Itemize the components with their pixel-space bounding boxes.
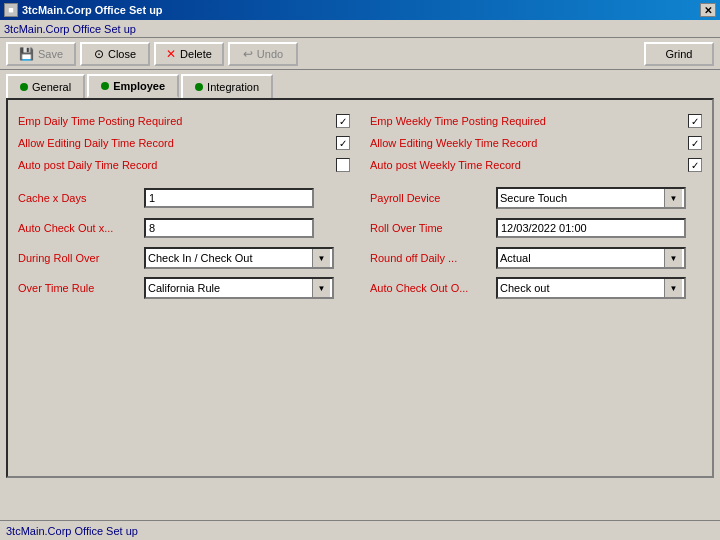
over-time-rule-row: Over Time Rule California Rule ▼ [18,276,350,300]
auto-check-out-label: Auto Check Out x... [18,222,138,234]
during-roll-over-row: During Roll Over Check In / Check Out ▼ [18,246,350,270]
status-text: 3tcMain.Corp Office Set up [6,525,138,537]
close-icon: ⊙ [94,47,104,61]
checkbox-row-1: Emp Daily Time Posting Required [18,110,350,132]
save-button[interactable]: 💾 Save [6,42,76,66]
payroll-device-value: Secure Touch [500,192,664,204]
auto-check-out-o-arrow[interactable]: ▼ [664,279,682,297]
over-time-rule-arrow[interactable]: ▼ [312,279,330,297]
auto-check-out-o-row: Auto Check Out O... Check out ▼ [370,276,702,300]
payroll-device-row: Payroll Device Secure Touch ▼ [370,186,702,210]
cache-x-days-input[interactable] [144,188,314,208]
auto-check-out-o-value: Check out [500,282,664,294]
over-time-rule-label: Over Time Rule [18,282,138,294]
right-checkbox-group: Emp Weekly Time Posting Required Allow E… [370,110,702,176]
roll-over-time-label: Roll Over Time [370,222,490,234]
checkbox-row-3: Auto post Daily Time Record [18,154,350,176]
menu-bar-text: 3tcMain.Corp Office Set up [4,23,136,35]
during-roll-over-arrow[interactable]: ▼ [312,249,330,267]
round-off-daily-label: Round off Daily ... [370,252,490,264]
allow-editing-weekly-checkbox[interactable] [688,136,702,150]
checkbox-row-4: Emp Weekly Time Posting Required [370,110,702,132]
over-time-rule-value: California Rule [148,282,312,294]
over-time-rule-select[interactable]: California Rule ▼ [144,277,334,299]
status-bar: 3tcMain.Corp Office Set up [0,520,720,540]
save-icon: 💾 [19,47,34,61]
emp-daily-posting-label: Emp Daily Time Posting Required [18,115,330,127]
fields-section: Cache x Days Auto Check Out x... During … [18,186,702,306]
emp-daily-posting-checkbox[interactable] [336,114,350,128]
auto-post-daily-checkbox[interactable] [336,158,350,172]
window-title: 3tcMain.Corp Office Set up [22,4,163,16]
allow-editing-daily-checkbox[interactable] [336,136,350,150]
tab-bar: General Employee Integration [0,70,720,98]
during-roll-over-value: Check In / Check Out [148,252,312,264]
right-fields: Payroll Device Secure Touch ▼ Roll Over … [370,186,702,306]
tab-employee[interactable]: Employee [87,74,179,98]
allow-editing-daily-label: Allow Editing Daily Time Record [18,137,330,149]
checkbox-row-6: Auto post Weekly Time Record [370,154,702,176]
left-checkbox-group: Emp Daily Time Posting Required Allow Ed… [18,110,350,176]
during-roll-over-select[interactable]: Check In / Check Out ▼ [144,247,334,269]
cache-x-days-label: Cache x Days [18,192,138,204]
content-area: Emp Daily Time Posting Required Allow Ed… [6,98,714,478]
grind-button[interactable]: Grind [644,42,714,66]
undo-button[interactable]: ↩ Undo [228,42,298,66]
delete-button[interactable]: ✕ Delete [154,42,224,66]
close-window-button[interactable]: ✕ [700,3,716,17]
auto-check-out-o-label: Auto Check Out O... [370,282,490,294]
auto-post-weekly-label: Auto post Weekly Time Record [370,159,682,171]
tab-dot-general [20,83,28,91]
emp-weekly-posting-checkbox[interactable] [688,114,702,128]
during-roll-over-label: During Roll Over [18,252,138,264]
payroll-device-select[interactable]: Secure Touch ▼ [496,187,686,209]
payroll-device-label: Payroll Device [370,192,490,204]
tab-general[interactable]: General [6,74,85,98]
roll-over-time-row: Roll Over Time [370,216,702,240]
checkbox-row-5: Allow Editing Weekly Time Record [370,132,702,154]
payroll-device-arrow[interactable]: ▼ [664,189,682,207]
round-off-daily-row: Round off Daily ... Actual ▼ [370,246,702,270]
tab-integration-label: Integration [207,81,259,93]
menu-bar: 3tcMain.Corp Office Set up [0,20,720,38]
left-fields: Cache x Days Auto Check Out x... During … [18,186,350,306]
tab-dot-integration [195,83,203,91]
toolbar: 💾 Save ⊙ Close ✕ Delete ↩ Undo Grind [0,38,720,70]
emp-weekly-posting-label: Emp Weekly Time Posting Required [370,115,682,127]
auto-post-daily-label: Auto post Daily Time Record [18,159,330,171]
auto-check-out-row: Auto Check Out x... [18,216,350,240]
roll-over-time-input[interactable] [496,218,686,238]
tab-general-label: General [32,81,71,93]
cache-x-days-row: Cache x Days [18,186,350,210]
tab-integration[interactable]: Integration [181,74,273,98]
close-button[interactable]: ⊙ Close [80,42,150,66]
allow-editing-weekly-label: Allow Editing Weekly Time Record [370,137,682,149]
undo-icon: ↩ [243,47,253,61]
tab-dot-employee [101,82,109,90]
auto-post-weekly-checkbox[interactable] [688,158,702,172]
tab-employee-label: Employee [113,80,165,92]
auto-check-out-o-select[interactable]: Check out ▼ [496,277,686,299]
auto-check-out-input[interactable] [144,218,314,238]
delete-icon: ✕ [166,47,176,61]
checkbox-section: Emp Daily Time Posting Required Allow Ed… [18,110,702,176]
title-bar: ■ 3tcMain.Corp Office Set up ✕ [0,0,720,20]
round-off-daily-arrow[interactable]: ▼ [664,249,682,267]
round-off-daily-select[interactable]: Actual ▼ [496,247,686,269]
round-off-daily-value: Actual [500,252,664,264]
app-icon: ■ [4,3,18,17]
checkbox-row-2: Allow Editing Daily Time Record [18,132,350,154]
